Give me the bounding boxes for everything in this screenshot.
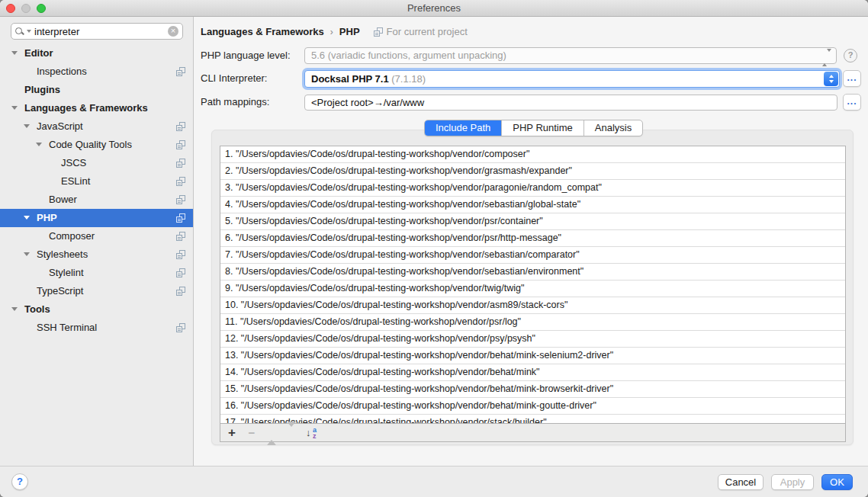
path-mappings-label: Path mappings: [201,96,269,107]
sidebar-item-label: JavaScript [0,120,83,132]
settings-tree: EditorInspectionsPluginsLanguages & Fram… [0,44,194,337]
help-button[interactable]: ? [11,473,28,490]
move-down-icon [286,427,297,439]
current-project-badge-icon [176,250,185,259]
cli-interpreter-value: Docksal PHP 7.1 [311,73,389,85]
current-project-badge-icon [176,268,185,277]
sidebar-item-composer[interactable]: Composer [0,227,194,245]
breadcrumb: Languages & Frameworks › PHP For current… [201,24,468,40]
include-path-row[interactable]: 9. "/Users/opdavies/Code/os/drupal-testi… [220,281,845,297]
sidebar-item-bower[interactable]: Bower [0,191,194,209]
include-path-row[interactable]: 12. "/Users/opdavies/Code/os/drupal-test… [220,331,845,348]
window-title: Preferences [0,2,868,14]
tab-php-runtime[interactable]: PHP Runtime [502,120,584,136]
path-mappings-value: <Project root>→/var/www [311,97,424,108]
include-path-row[interactable]: 3. "/Users/opdavies/Code/os/drupal-testi… [220,180,845,197]
include-path-row[interactable]: 1. "/Users/opdavies/Code/os/drupal-testi… [220,146,845,163]
move-up-icon [266,427,277,439]
ok-button[interactable]: OK [821,474,853,490]
include-path-row[interactable]: 5. "/Users/opdavies/Code/os/drupal-testi… [220,213,845,230]
sidebar-item-label: Stylelint [0,267,84,278]
cli-interpreter-version: (7.1.18) [391,73,426,85]
sidebar-item-label: ESLint [0,175,90,187]
sidebar-item-stylelint[interactable]: Stylelint [0,264,194,282]
include-path-row[interactable]: 11. "/Users/opdavies/Code/os/drupal-test… [220,314,845,331]
chevron-up-down-icon [822,50,831,66]
chevron-up-down-icon[interactable] [824,72,838,86]
current-project-badge-icon [176,195,185,204]
chevron-down-icon[interactable] [11,106,18,110]
settings-search-field[interactable]: interpreter × [11,23,183,40]
include-path-row[interactable]: 6. "/Users/opdavies/Code/os/drupal-testi… [220,230,845,247]
current-project-badge-icon [176,323,185,332]
help-icon[interactable]: ? [844,49,857,63]
sidebar-item-label: Tools [0,303,50,315]
language-level-select[interactable]: 5.6 (variadic functions, argument unpack… [304,47,837,64]
tab-include-path[interactable]: Include Path [425,120,502,136]
sidebar-item-eslint[interactable]: ESLint [0,172,194,191]
sidebar-item-ssh-terminal[interactable]: SSH Terminal [0,319,194,337]
sidebar-item-label: Composer [0,230,95,242]
cli-interpreter-browse-button[interactable]: ... [843,70,861,87]
search-icon [15,27,27,37]
search-input-value[interactable]: interpreter [34,26,168,37]
sidebar-item-code-quality-tools[interactable]: Code Quality Tools [0,136,194,154]
breadcrumb-separator: › [330,24,333,40]
sidebar-item-tools[interactable]: Tools [0,300,194,319]
path-mappings-browse-button[interactable]: ... [843,94,861,111]
include-path-row[interactable]: 7. "/Users/opdavies/Code/os/drupal-testi… [220,247,845,264]
sidebar-item-label: Inspections [0,66,87,77]
current-project-badge-icon [176,177,185,186]
chevron-down-icon[interactable] [11,51,18,55]
path-mappings-field[interactable]: <Project root>→/var/www [304,95,837,111]
include-path-row[interactable]: 16. "/Users/opdavies/Code/os/drupal-test… [220,398,845,415]
include-path-row[interactable]: 15. "/Users/opdavies/Code/os/drupal-test… [220,381,845,398]
sidebar-item-label: Bower [0,194,77,205]
title-bar[interactable]: Preferences [0,0,868,17]
search-options-chevron-icon[interactable] [27,30,31,33]
clear-search-icon[interactable]: × [168,26,178,37]
sidebar-item-label: TypeScript [0,285,83,297]
chevron-down-icon[interactable] [24,216,30,220]
sidebar-item-jscs[interactable]: JSCS [0,154,194,172]
sidebar-item-languages-frameworks[interactable]: Languages & Frameworks [0,99,194,117]
chevron-down-icon[interactable] [36,143,42,146]
list-toolbar: +−↓az [220,423,845,441]
settings-content: Languages & Frameworks › PHP For current… [194,17,868,466]
cli-interpreter-select[interactable]: Docksal PHP 7.1 (7.1.18) [304,70,840,88]
sidebar-item-inspections[interactable]: Inspections [0,63,194,81]
include-path-row[interactable]: 13. "/Users/opdavies/Code/os/drupal-test… [220,348,845,364]
include-path-row[interactable]: 10. "/Users/opdavies/Code/os/drupal-test… [220,297,845,314]
include-path-row[interactable]: 4. "/Users/opdavies/Code/os/drupal-testi… [220,197,845,213]
sidebar-item-editor[interactable]: Editor [0,44,194,63]
chevron-down-icon[interactable] [24,252,30,256]
apply-button[interactable]: Apply [771,474,814,490]
sidebar-item-label: Editor [0,47,53,59]
sidebar-item-typescript[interactable]: TypeScript [0,282,194,300]
chevron-down-icon[interactable] [11,307,18,311]
add-icon[interactable]: + [227,427,237,439]
current-project-badge-icon [374,27,383,37]
language-level-value: 5.6 (variadic functions, argument unpack… [311,50,506,61]
scope-note: For current project [374,24,468,40]
sidebar-item-php[interactable]: PHP [0,209,194,227]
sidebar-item-label: Languages & Frameworks [0,102,148,114]
chevron-down-icon[interactable] [24,124,30,128]
sidebar-item-stylesheets[interactable]: Stylesheets [0,245,194,264]
current-project-badge-icon [176,67,185,76]
include-path-row[interactable]: 2. "/Users/opdavies/Code/os/drupal-testi… [220,163,845,180]
sidebar-item-plugins[interactable]: Plugins [0,81,194,99]
include-path-list[interactable]: 1. "/Users/opdavies/Code/os/drupal-testi… [220,146,845,425]
sidebar-item-label: Stylesheets [0,248,88,260]
sort-alphabetically-icon[interactable]: ↓az [306,427,320,439]
tab-analysis[interactable]: Analysis [584,120,642,136]
sidebar-item-label: Code Quality Tools [0,139,132,150]
preferences-window: Preferences interpreter × EditorInspecti… [0,0,868,497]
sidebar-item-javascript[interactable]: JavaScript [0,117,194,136]
cancel-button[interactable]: Cancel [718,474,764,490]
remove-icon: − [246,427,257,439]
include-path-row[interactable]: 14. "/Users/opdavies/Code/os/drupal-test… [220,364,845,381]
settings-sidebar: interpreter × EditorInspectionsPluginsLa… [0,17,194,466]
breadcrumb-section[interactable]: Languages & Frameworks [201,24,324,40]
include-path-row[interactable]: 8. "/Users/opdavies/Code/os/drupal-testi… [220,264,845,281]
